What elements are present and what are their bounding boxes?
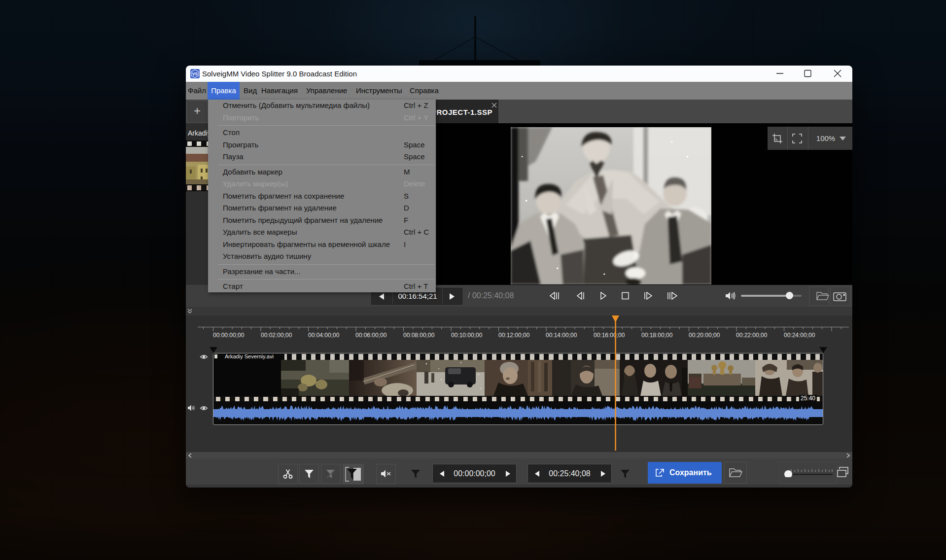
svg-text:VS: VS: [192, 71, 198, 76]
